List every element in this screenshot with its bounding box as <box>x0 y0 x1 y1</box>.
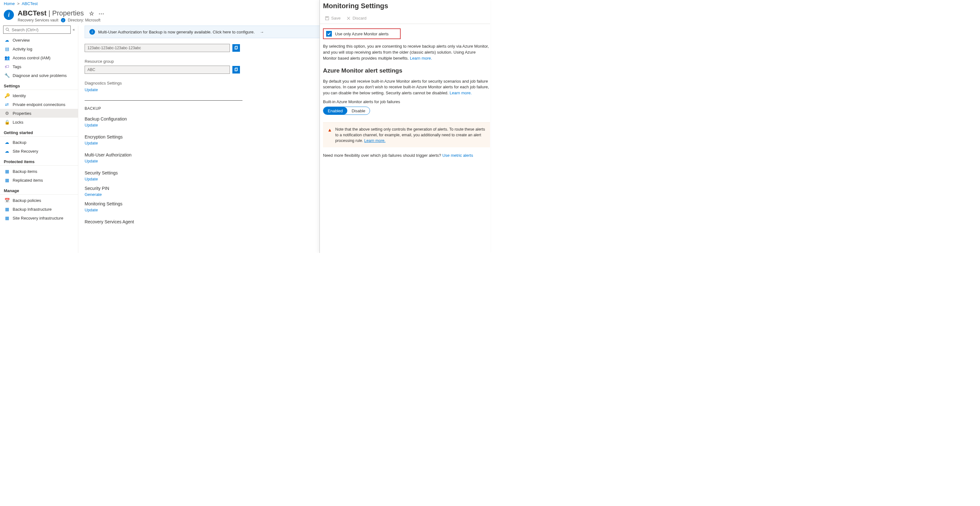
collapse-nav-icon[interactable]: « <box>73 27 75 32</box>
alert-settings-heading: Azure Monitor alert settings <box>323 67 490 74</box>
section-divider <box>84 100 242 101</box>
svg-rect-6 <box>326 16 329 20</box>
tag-icon: 🏷 <box>5 64 10 69</box>
search-icon <box>5 27 10 32</box>
people-icon: 👥 <box>5 55 10 60</box>
endpoint-icon: ⇄ <box>5 102 10 107</box>
infra-icon: ▦ <box>5 207 10 212</box>
breadcrumb-resource[interactable]: ABCTest <box>22 1 38 6</box>
save-icon <box>325 16 329 21</box>
nav-search[interactable] <box>3 25 71 34</box>
checkbox-label: Use only Azure Monitor alerts <box>335 32 389 36</box>
nav-properties[interactable]: ⚙Properties <box>0 109 78 118</box>
nav-overview[interactable]: ☁Overview <box>0 36 78 44</box>
monitoring-update-link[interactable]: Update <box>84 208 98 212</box>
arrow-right-icon: → <box>260 30 264 34</box>
diagnostics-update-link[interactable]: Update <box>84 87 98 92</box>
cloud-up-icon: ☁ <box>5 140 10 145</box>
cloud-icon: ☁ <box>5 38 10 43</box>
nav-tags[interactable]: 🏷Tags <box>0 62 78 71</box>
copy-icon <box>234 68 239 72</box>
nav-backup-infra[interactable]: ▦Backup Infrastructure <box>0 205 78 214</box>
security-pin-generate-link[interactable]: Generate <box>84 192 102 197</box>
replicated-icon: ▦ <box>5 178 10 182</box>
left-nav: « ☁Overview ▤Activity log 👥Access contro… <box>0 25 78 253</box>
banner-text: Multi-User Authorization for Backup is n… <box>98 30 255 34</box>
calendar-icon: 📅 <box>5 198 10 203</box>
nav-identity[interactable]: 🔑Identity <box>0 91 78 100</box>
toggle-enabled[interactable]: Enabled <box>323 107 347 114</box>
panel-title: Monitoring Settings <box>323 2 485 10</box>
note-box: ▲ Note that the above setting only contr… <box>323 122 490 148</box>
copy-icon <box>234 46 239 50</box>
breadcrumb-home[interactable]: Home <box>4 1 15 6</box>
encryption-update-link[interactable]: Update <box>84 141 98 146</box>
toggle-label: Built-in Azure Monitor alerts for job fa… <box>323 99 490 104</box>
nav-activity-log[interactable]: ▤Activity log <box>0 44 78 53</box>
copy-subscription-id-button[interactable] <box>232 44 240 52</box>
copy-resource-group-button[interactable] <box>232 66 240 73</box>
resource-type-label: Recovery Services vault <box>18 18 59 22</box>
more-menu-icon[interactable]: ⋯ <box>99 10 105 17</box>
nav-backup[interactable]: ☁Backup <box>0 138 78 147</box>
security-update-link[interactable]: Update <box>84 177 98 181</box>
use-azure-monitor-checkbox-row[interactable]: Use only Azure Monitor alerts <box>323 29 401 39</box>
note-learn-more-link[interactable]: Learn more. <box>364 138 385 143</box>
sliders-icon: ⚙ <box>5 111 10 116</box>
job-failure-alerts-toggle[interactable]: Enabled Disable <box>323 106 370 115</box>
panel-description: By selecting this option, you are consen… <box>323 44 490 62</box>
info-icon[interactable]: i <box>61 18 65 22</box>
learn-more-link[interactable]: Learn more. <box>410 56 432 60</box>
nav-search-input[interactable] <box>12 27 68 32</box>
alert-settings-description: By default you will receive built-in Azu… <box>323 79 490 97</box>
nav-locks[interactable]: 🔒Locks <box>0 118 78 127</box>
nav-site-recovery[interactable]: ☁Site Recovery <box>0 147 78 155</box>
use-metric-alerts-link[interactable]: Use metric alerts <box>442 153 473 158</box>
info-icon: i <box>89 29 95 35</box>
nav-section-getting-started: Getting started <box>0 127 78 136</box>
warning-icon: ▲ <box>328 127 332 144</box>
resource-group-field: ABC <box>84 66 230 74</box>
sr-infra-icon: ▦ <box>5 216 10 220</box>
nav-backup-policies[interactable]: 📅Backup policies <box>0 196 78 205</box>
discard-button[interactable]: Discard <box>346 16 367 21</box>
svg-line-1 <box>8 30 10 32</box>
favorite-star-icon[interactable]: ☆ <box>89 10 94 17</box>
key-icon: 🔑 <box>5 93 10 98</box>
nav-replicated-items[interactable]: ▦Replicated items <box>0 176 78 184</box>
nav-sr-infra[interactable]: ▦Site Recovery infrastructure <box>0 214 78 222</box>
mua-update-link[interactable]: Update <box>84 159 98 163</box>
nav-section-protected: Protected items <box>0 155 78 166</box>
monitoring-settings-panel: Monitoring Settings Save Discard Use onl… <box>320 0 490 253</box>
nav-section-manage: Manage <box>0 184 78 195</box>
svg-rect-7 <box>326 16 328 17</box>
nav-backup-items[interactable]: ▦Backup items <box>0 167 78 176</box>
cloud-sync-icon: ☁ <box>5 149 10 154</box>
resource-icon: i <box>4 10 14 20</box>
backup-items-icon: ▦ <box>5 169 10 174</box>
save-button[interactable]: Save <box>325 16 340 21</box>
learn-more-link-2[interactable]: Learn more. <box>450 90 472 95</box>
backup-config-update-link[interactable]: Update <box>84 123 98 127</box>
toggle-disable[interactable]: Disable <box>347 107 370 114</box>
nav-section-settings: Settings <box>0 80 78 90</box>
metric-alerts-prompt: Need more flexibility over which job fai… <box>323 153 490 158</box>
subscription-id-field: 123abc-123abc-123abc-123abc <box>84 44 230 52</box>
lock-icon: 🔒 <box>5 119 10 125</box>
checkbox-checked-icon[interactable] <box>326 31 332 36</box>
log-icon: ▤ <box>5 46 10 51</box>
svg-point-0 <box>6 28 8 30</box>
nav-access-control[interactable]: 👥Access control (IAM) <box>0 53 78 62</box>
nav-private-endpoint[interactable]: ⇄Private endpoint connections <box>0 100 78 109</box>
wrench-icon: 🔧 <box>5 73 10 78</box>
nav-diagnose[interactable]: 🔧Diagnose and solve problems <box>0 71 78 80</box>
close-icon <box>346 16 351 21</box>
page-title: ABCTest | Properties ☆ ⋯ <box>18 9 105 17</box>
